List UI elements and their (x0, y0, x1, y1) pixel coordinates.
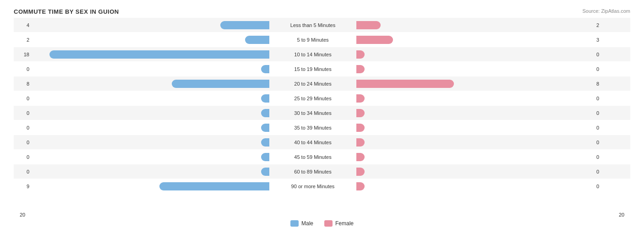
row-label: 25 to 29 Minutes (269, 96, 356, 101)
right-value: 0 (595, 125, 612, 130)
right-bar-area (356, 124, 595, 132)
right-value: 8 (595, 81, 612, 87)
left-bar-area (31, 94, 269, 103)
right-bar-area (356, 65, 595, 73)
right-value: 0 (595, 154, 612, 160)
left-bar-area (31, 182, 269, 190)
right-value: 0 (595, 96, 612, 101)
x-axis: 20 20 (14, 212, 630, 217)
left-value: 4 (14, 22, 31, 28)
row-label: 10 to 14 Minutes (269, 52, 356, 57)
row-label: 35 to 39 Minutes (269, 125, 356, 130)
male-color-box (290, 220, 299, 227)
right-value: 0 (595, 52, 612, 57)
left-bar-area (31, 168, 269, 176)
male-bar (261, 153, 269, 161)
left-bar-area (31, 80, 269, 88)
left-bar-area (31, 21, 269, 29)
left-value: 0 (14, 169, 31, 174)
male-bar (245, 36, 269, 44)
row-label: 20 to 24 Minutes (269, 81, 356, 87)
male-bar (159, 182, 269, 190)
right-value: 0 (595, 184, 612, 189)
source-label: Source: ZipAtlas.com (582, 8, 630, 14)
legend-female: Female (324, 220, 354, 227)
legend-male-label: Male (301, 220, 313, 227)
right-bar-area (356, 168, 595, 176)
female-bar (356, 182, 365, 190)
row-label: 90 or more Minutes (269, 184, 356, 189)
table-row: 4 Less than 5 Minutes 2 (14, 18, 630, 32)
left-bar-area (31, 50, 269, 59)
right-bar-area (356, 80, 595, 88)
male-bar (220, 21, 269, 29)
left-value: 8 (14, 81, 31, 87)
legend-male: Male (290, 220, 313, 227)
male-bar (261, 138, 269, 147)
row-label: 15 to 19 Minutes (269, 66, 356, 72)
right-bar-area (356, 109, 595, 117)
female-bar (356, 168, 365, 176)
right-value: 3 (595, 37, 612, 43)
chart-container: COMMUTE TIME BY SEX IN GUION Source: Zip… (0, 0, 644, 239)
left-value: 0 (14, 110, 31, 116)
table-row: 0 40 to 44 Minutes 0 (14, 135, 630, 149)
x-axis-right: 20 (613, 212, 630, 217)
table-row: 0 60 to 89 Minutes 0 (14, 164, 630, 179)
left-value: 18 (14, 52, 31, 57)
table-row: 2 5 to 9 Minutes 3 (14, 33, 630, 47)
left-bar-area (31, 124, 269, 132)
left-bar-area (31, 138, 269, 147)
female-bar (356, 80, 454, 88)
right-value: 0 (595, 110, 612, 116)
right-bar-area (356, 21, 595, 29)
right-bar-area (356, 36, 595, 44)
right-value: 2 (595, 22, 612, 28)
female-bar (356, 138, 365, 147)
table-row: 8 20 to 24 Minutes 8 (14, 76, 630, 91)
x-axis-left: 20 (14, 212, 31, 217)
chart-area: 4 Less than 5 Minutes 2 2 5 to 9 Minutes… (14, 18, 630, 210)
table-row: 0 25 to 29 Minutes 0 (14, 91, 630, 105)
row-label: 60 to 89 Minutes (269, 169, 356, 174)
table-row: 0 45 to 59 Minutes 0 (14, 150, 630, 164)
row-label: 40 to 44 Minutes (269, 140, 356, 145)
male-bar (261, 168, 269, 176)
table-row: 0 15 to 19 Minutes 0 (14, 62, 630, 76)
left-value: 0 (14, 66, 31, 72)
female-bar (356, 94, 365, 103)
female-bar (356, 65, 365, 73)
female-bar (356, 50, 365, 59)
table-row: 0 35 to 39 Minutes 0 (14, 120, 630, 135)
male-bar (261, 65, 269, 73)
table-row: 0 30 to 34 Minutes 0 (14, 106, 630, 120)
table-row: 18 10 to 14 Minutes 0 (14, 47, 630, 61)
male-bar (261, 124, 269, 132)
right-bar-area (356, 138, 595, 147)
left-bar-area (31, 109, 269, 117)
right-value: 0 (595, 169, 612, 174)
male-bar (261, 94, 269, 103)
male-bar (172, 80, 269, 88)
left-bar-area (31, 65, 269, 73)
left-value: 2 (14, 37, 31, 43)
row-label: 45 to 59 Minutes (269, 154, 356, 160)
table-row: 9 90 or more Minutes 0 (14, 179, 630, 193)
row-label: 5 to 9 Minutes (269, 37, 356, 43)
male-bar (261, 109, 269, 117)
female-bar (356, 124, 365, 132)
female-bar (356, 153, 365, 161)
legend-female-label: Female (335, 220, 354, 227)
left-bar-area (31, 153, 269, 161)
female-bar (356, 109, 365, 117)
right-bar-area (356, 153, 595, 161)
female-color-box (324, 220, 333, 227)
chart-title: COMMUTE TIME BY SEX IN GUION (14, 8, 630, 15)
male-bar (49, 50, 269, 59)
left-value: 9 (14, 184, 31, 189)
right-value: 0 (595, 140, 612, 145)
left-value: 0 (14, 125, 31, 130)
right-bar-area (356, 50, 595, 59)
row-label: 30 to 34 Minutes (269, 110, 356, 116)
left-value: 0 (14, 140, 31, 145)
